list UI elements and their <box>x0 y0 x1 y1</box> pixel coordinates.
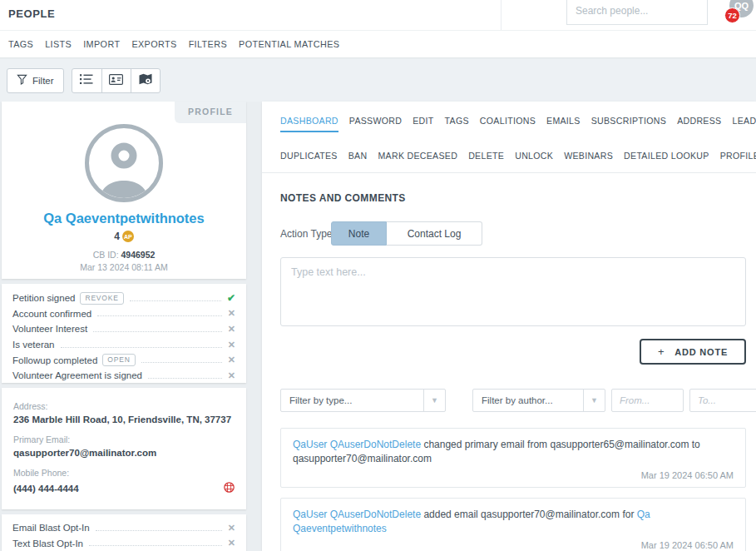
action-type-contact-log-button[interactable]: Contact Log <box>387 221 482 246</box>
status-action-badge[interactable]: REVOKE <box>80 292 123 305</box>
dotted-leader <box>148 378 222 379</box>
profile-tab-item[interactable]: EMAILS <box>546 116 581 132</box>
profile-tab-item[interactable]: COALITIONS <box>480 116 536 132</box>
address-value: 236 Marble Hill Road, 10, Friendsville, … <box>13 414 235 424</box>
add-note-label: ADD NOTE <box>674 347 728 357</box>
ap-badge: AP <box>122 231 134 242</box>
person-icon <box>84 123 164 203</box>
actor-link[interactable]: QaUser QAuserDoNotDelete <box>293 439 421 450</box>
do-not-call-icon[interactable] <box>224 481 235 496</box>
tabs-divider <box>262 172 756 173</box>
nav-item[interactable]: TAGS <box>8 39 33 49</box>
optin-label: Email Blast Opt-In <box>12 523 90 533</box>
profile-tab-item[interactable]: BAN <box>348 151 368 161</box>
status-row: Volunteer Agreement is signed ✔ ✕ <box>12 368 235 384</box>
profile-tab-item[interactable]: PROFILE HISTORY <box>720 151 756 161</box>
x-icon: ✕ <box>228 340 235 350</box>
x-icon: ✕ <box>228 324 235 335</box>
feed-filter-row: Filter by type... ▼ Filter by author... … <box>280 389 746 412</box>
profile-tab-item[interactable]: PASSWORD <box>349 116 402 132</box>
dotted-leader <box>61 347 222 348</box>
profile-tab-item[interactable]: DASHBOARD <box>280 116 338 132</box>
dotted-leader <box>96 530 222 531</box>
contact-card: Address: 236 Marble Hill Road, 10, Frien… <box>2 388 246 509</box>
cb-id-value: 4946952 <box>121 250 155 260</box>
profile-tabs-row2: DUPLICATESBANMARK DECEASEDDELETEUNLOCKWE… <box>280 151 756 161</box>
activity-text-block: QaUser QAuserDoNotDelete added email qas… <box>293 508 734 536</box>
card-view-button[interactable] <box>101 69 131 92</box>
nav-item[interactable]: FILTERS <box>189 39 227 49</box>
contact-card-icon <box>109 73 123 88</box>
filter-by-author-select[interactable]: Filter by author... ▼ <box>472 389 605 412</box>
activity-timestamp: Mar 19 2024 06:50 AM <box>293 470 734 480</box>
map-view-button[interactable] <box>131 69 160 92</box>
profile-tab-item[interactable]: DELETE <box>468 151 504 161</box>
email-value: qasupporter70@mailinator.com <box>13 448 235 458</box>
activity-text-block: QaUser QAuserDoNotDelete changed primary… <box>293 438 734 466</box>
x-icon: ✕ <box>228 370 235 381</box>
optin-label: Text Blast Opt-In <box>12 539 83 549</box>
address-label: Address: <box>13 401 235 411</box>
status-label: Volunteer Interest <box>12 324 87 334</box>
email-label: Primary Email: <box>13 434 235 444</box>
profile-tab-item[interactable]: UNLOCK <box>515 151 553 161</box>
dotted-leader <box>89 545 222 546</box>
list-icon <box>80 73 93 88</box>
chevron-down-icon[interactable]: ▼ <box>583 390 605 411</box>
profile-tab-item[interactable]: LEADER POSITIONS <box>732 116 756 132</box>
date-from-input[interactable] <box>611 389 684 412</box>
profile-tab-item[interactable]: DETAILED LOOKUP <box>624 151 709 161</box>
status-action-badge[interactable]: OPEN <box>102 354 135 366</box>
dotted-leader <box>93 331 222 332</box>
profile-tab: PROFILE <box>175 102 246 123</box>
score-row: 4 AP <box>2 231 246 242</box>
profile-tab-item[interactable]: DUPLICATES <box>280 151 338 161</box>
phone-label: Mobile Phone: <box>13 468 235 478</box>
chevron-down-icon[interactable]: ▼ <box>423 390 445 411</box>
actor-link[interactable]: QaUser QAuserDoNotDelete <box>293 509 421 520</box>
plus-icon: + <box>658 345 665 358</box>
profile-tab-item[interactable]: EDIT <box>413 116 433 132</box>
notification-badge[interactable]: 72 <box>724 7 740 23</box>
dotted-leader <box>141 362 222 363</box>
dotted-leader <box>97 315 222 316</box>
phone-row: (444) 444-4444 <box>13 481 235 496</box>
profile-tab-item[interactable]: ADDRESS <box>677 116 721 132</box>
toolbar: Filter <box>0 59 756 102</box>
profile-tab-item[interactable]: MARK DECEASED <box>378 151 457 161</box>
add-note-button[interactable]: + ADD NOTE <box>640 339 746 365</box>
profile-tab-item[interactable]: WEBINARS <box>564 151 613 161</box>
filter-by-type-select[interactable]: Filter by type... ▼ <box>280 389 446 412</box>
activity-timestamp: Mar 19 2024 06:50 AM <box>293 540 734 550</box>
profile-tab-item[interactable]: TAGS <box>445 116 469 132</box>
action-type-toggle: Note Contact Log <box>331 221 482 246</box>
list-view-button[interactable] <box>72 69 101 92</box>
optin-row: Email Blast Opt-In ✔ ✕ <box>12 520 235 536</box>
nav-item[interactable]: LISTS <box>45 39 72 49</box>
nav-item[interactable]: POTENTIAL MATCHES <box>239 39 339 49</box>
search-input[interactable] <box>566 0 708 25</box>
status-label: Account confirmed <box>12 309 91 319</box>
date-to-input[interactable] <box>689 389 756 412</box>
nav-item[interactable]: IMPORT <box>83 39 120 49</box>
activity-text: added email qasupporter70@mailinator.com… <box>421 509 637 520</box>
dotted-leader <box>130 300 221 301</box>
map-icon <box>139 73 152 88</box>
main-panel: DASHBOARDPASSWORDEDITTAGSCOALITIONSEMAIL… <box>262 102 756 551</box>
x-icon: ✕ <box>228 308 235 319</box>
x-icon: ✕ <box>228 523 235 534</box>
action-type-note-button[interactable]: Note <box>331 221 387 246</box>
filter-by-type-value: Filter by type... <box>281 395 423 405</box>
filter-button[interactable]: Filter <box>7 68 64 93</box>
profile-tab-item[interactable]: SUBSCRIPTIONS <box>591 116 666 132</box>
profile-name[interactable]: Qa Qaeventpetwithnotes <box>2 211 246 226</box>
created-date: Mar 13 2024 08:11 AM <box>2 262 246 272</box>
status-card: Petition signed REVOKE ✔ ✕ Account confi… <box>2 284 246 383</box>
cb-id-label: CB ID: <box>93 250 119 260</box>
app-header: PEOPLE QQ 72 <box>0 0 756 30</box>
x-icon: ✕ <box>228 538 235 549</box>
profile-tabs-row1: DASHBOARDPASSWORDEDITTAGSCOALITIONSEMAIL… <box>280 116 756 132</box>
nav-item[interactable]: EXPORTS <box>131 39 176 49</box>
x-icon: ✕ <box>228 355 235 365</box>
note-input[interactable] <box>280 257 746 326</box>
